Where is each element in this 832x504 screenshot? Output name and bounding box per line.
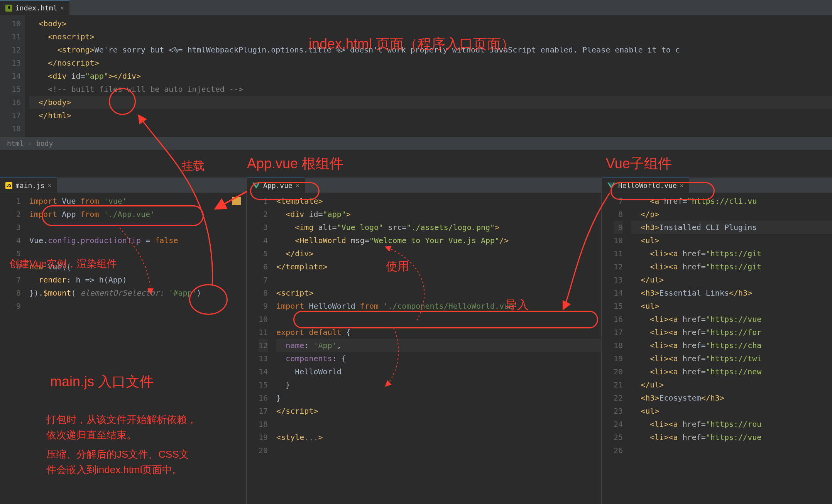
close-icon[interactable]: × [296, 182, 299, 189]
editor-index[interactable]: 101112131415161718 <body> <noscript> <st… [0, 15, 832, 137]
tab-label: main.js [15, 181, 45, 189]
tab-helloworld-vue[interactable]: HelloWorld.vue × [602, 178, 689, 193]
warning-marker[interactable] [232, 197, 241, 205]
vue-file-icon [607, 183, 615, 189]
breadcrumb-item[interactable]: html [7, 139, 24, 147]
editor-main[interactable]: 123456789 import Vue from 'vue'import Ap… [0, 193, 246, 314]
js-file-icon: JS [5, 182, 12, 189]
tab-app-vue[interactable]: App.vue × [247, 178, 305, 193]
editor-hello[interactable]: 7891011121314151617181920212223242526 <a… [602, 193, 832, 458]
close-icon[interactable]: × [60, 4, 64, 12]
breadcrumb[interactable]: html body [0, 137, 832, 150]
tab-bar-app: App.vue × [247, 178, 601, 193]
editor-app[interactable]: 1234567891011121314151617181920 <templat… [247, 193, 601, 458]
editor-pane-index: H index.html × 101112131415161718 <body>… [0, 0, 832, 178]
vue-file-icon [252, 183, 260, 189]
gutter: 101112131415161718 [0, 15, 25, 137]
gutter: 123456789 [0, 193, 25, 314]
tab-bar-hello: HelloWorld.vue × [602, 178, 832, 193]
code-hello[interactable]: <a href="https://cli.vu </p> <h3>Install… [627, 193, 832, 458]
checkmark-icon: ✔ [602, 195, 602, 208]
gutter: 1234567891011121314151617181920 [247, 193, 272, 458]
code-app[interactable]: <template> <div id="app"> <img alt="Vue … [272, 193, 601, 458]
tab-bar-main: JS main.js × [0, 178, 246, 193]
code-index[interactable]: <body> <noscript> <strong>We're sorry bu… [25, 15, 832, 137]
close-icon[interactable]: × [680, 182, 684, 189]
gutter: 7891011121314151617181920212223242526 [602, 193, 627, 458]
close-icon[interactable]: × [48, 182, 52, 189]
editor-pane-app: App.vue × 123456789101112131415161718192… [247, 178, 602, 504]
breadcrumb-item[interactable]: body [28, 139, 53, 147]
tab-main-js[interactable]: JS main.js × [0, 178, 57, 193]
tab-index-html[interactable]: H index.html × [0, 0, 69, 15]
tab-label: index.html [15, 4, 57, 12]
html-file-icon: H [5, 5, 12, 12]
tab-label: App.vue [263, 181, 293, 189]
editor-pane-main: JS main.js × 123456789 import Vue from '… [0, 178, 247, 504]
code-main[interactable]: import Vue from 'vue'import App from './… [25, 193, 246, 314]
editor-pane-hello: HelloWorld.vue × 78910111213141516171819… [602, 178, 832, 504]
tab-bar-index: H index.html × [0, 0, 832, 15]
tab-label: HelloWorld.vue [618, 181, 677, 189]
